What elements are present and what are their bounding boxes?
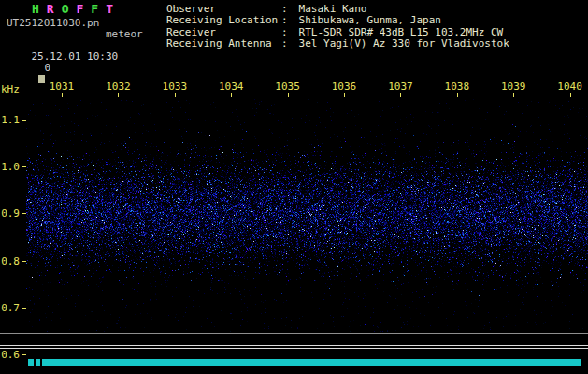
- app-title-letter: F: [91, 2, 98, 16]
- info-separator: :: [281, 27, 293, 38]
- time-tick-label: 1037: [376, 80, 424, 93]
- level-grid-line-upper: [0, 345, 588, 346]
- observation-tag: meteor: [106, 29, 143, 40]
- info-label: Observer: [166, 4, 281, 15]
- freq-tick-mark: [22, 354, 26, 355]
- time-tick-mark: [457, 93, 458, 97]
- time-tick-mark: [513, 93, 514, 97]
- hrofft-screenshot: HROFFT UT2512011030.pn meteor 25.12.01 1…: [0, 0, 588, 374]
- info-separator: :: [281, 4, 293, 15]
- time-tick-label: 1039: [489, 80, 538, 93]
- level-grid-line-top: [0, 333, 588, 334]
- info-label: Receiving Antenna: [166, 38, 281, 50]
- time-tick-label: 1038: [433, 80, 481, 93]
- info-separator: :: [281, 15, 293, 26]
- spectrogram-canvas: [26, 99, 588, 332]
- time-tick-mark: [288, 93, 289, 97]
- freq-tick-label: 0.8: [1, 255, 20, 267]
- time-tick-mark: [175, 93, 176, 97]
- app-title: HROFFT: [32, 4, 121, 15]
- app-title-letter: F: [76, 2, 83, 16]
- info-value: RTL-SDR SDR# 43dB L15 103.2MHz CW: [293, 26, 503, 38]
- info-value: Shibukawa, Gunma, Japan: [293, 14, 441, 26]
- level-bar-notch: [34, 359, 36, 366]
- time-tick-mark: [570, 93, 571, 97]
- info-value: Masaki Kano: [293, 3, 366, 15]
- info-separator: :: [281, 38, 293, 50]
- time-tick-label: 1040: [546, 80, 588, 93]
- info-value: 3el Yagi(V) Az 330 for Vladivostok: [293, 37, 509, 50]
- info-label: Receiving Location: [166, 15, 281, 26]
- output-filename: UT2512011030.pn: [7, 18, 99, 29]
- time-tick-mark: [400, 93, 401, 97]
- freq-tick-label: 0.6: [1, 349, 20, 361]
- time-tick-mark: [231, 93, 232, 97]
- info-label: Receiver: [166, 27, 281, 38]
- time-tick-label: 1035: [264, 80, 312, 93]
- level-bar-notch: [40, 359, 42, 366]
- datetime-row: 25.12.01 10:30 0: [7, 40, 118, 96]
- time-tick-label: 1034: [207, 80, 255, 93]
- freq-tick-label: 1.1: [1, 114, 20, 126]
- station-info-row: Receiving Antenna: 3el Yagi(V) Az 330 fo…: [166, 38, 509, 50]
- time-tick-label: 1033: [151, 80, 199, 93]
- level-grid-line-lower: [0, 348, 588, 349]
- time-tick-mark: [118, 93, 119, 97]
- freq-tick-label: 1.0: [1, 161, 20, 173]
- time-tick-mark: [344, 93, 345, 97]
- freq-tick-label: 0.7: [1, 302, 20, 314]
- app-title-letter: H: [32, 2, 39, 16]
- freq-tick-label: 0.9: [1, 208, 20, 220]
- freq-unit-label: kHz: [1, 84, 20, 95]
- station-info-block: Observer: Masaki KanoReceiving Location:…: [166, 4, 509, 50]
- app-title-letter: R: [47, 2, 54, 16]
- app-title-letter: O: [62, 2, 69, 16]
- cursor-block-icon: [38, 75, 45, 83]
- echo-counter: 0: [45, 62, 51, 74]
- app-title-letter: T: [106, 2, 113, 16]
- time-tick-label: 1036: [320, 80, 368, 93]
- signal-level-bar: [28, 359, 581, 366]
